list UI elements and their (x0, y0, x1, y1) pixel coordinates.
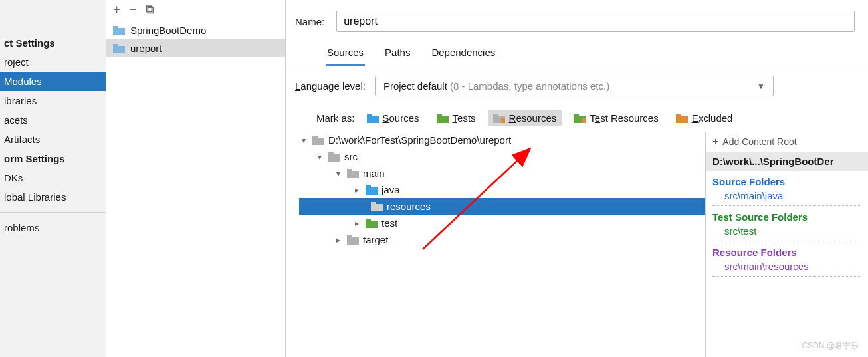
tree-row-main[interactable]: ▾ main (299, 165, 705, 181)
resources-folder-icon (493, 114, 505, 123)
module-item-ureport[interactable]: ureport (106, 39, 285, 57)
tests-folder-icon (437, 114, 449, 123)
tree-row-src[interactable]: ▾ src (299, 148, 705, 165)
folder-icon (347, 235, 359, 245)
sidebar-item-global-libraries[interactable]: lobal Libraries (0, 187, 106, 207)
svg-rect-14 (676, 116, 688, 123)
sidebar-item-sdks[interactable]: DKs (0, 168, 106, 187)
sidebar-item-facets[interactable]: acets (0, 110, 106, 130)
expand-toggle-icon[interactable]: ▸ (352, 219, 362, 228)
module-tabs: Sources Paths Dependencies (286, 41, 868, 66)
test-resources-folder-icon (574, 114, 586, 123)
name-input[interactable] (336, 11, 855, 32)
mark-as-row: Mark as: Sources Tests Resources Test Re… (286, 106, 868, 132)
name-label: Name: (295, 16, 324, 27)
settings-sidebar: ct Settings roject Modules ibraries acet… (0, 0, 106, 357)
svg-rect-22 (366, 187, 378, 195)
svg-rect-3 (113, 44, 118, 46)
copy-module-button[interactable]: ⧉ (146, 3, 154, 15)
svg-rect-20 (347, 171, 359, 178)
tree-label: D:\work\ForTest\SpringBootDemo\ureport (328, 134, 511, 146)
mark-as-label: Mark as: (316, 112, 355, 124)
mark-test-resources-button[interactable]: Test Resources (568, 110, 663, 126)
svg-rect-2 (113, 46, 125, 53)
tree-label: main (363, 168, 385, 179)
sidebar-item-libraries[interactable]: ibraries (0, 91, 106, 110)
modules-list: SpringBootDemo ureport (106, 19, 285, 57)
svg-rect-12 (574, 114, 579, 116)
svg-rect-29 (347, 235, 352, 237)
language-level-hint: (8 - Lambdas, type annotations etc.) (450, 80, 609, 92)
sidebar-item-problems[interactable]: roblems (0, 218, 106, 237)
tree-row-root[interactable]: ▾ D:\work\ForTest\SpringBootDemo\ureport (299, 132, 705, 148)
svg-rect-9 (493, 114, 498, 116)
module-detail-panel: Name: Sources Paths Dependencies Languag… (286, 0, 868, 357)
sidebar-section-platform-settings: orm Settings (0, 149, 106, 168)
svg-rect-6 (437, 116, 449, 123)
svg-rect-17 (312, 136, 318, 138)
group-resource-folders: Resource Folders (706, 241, 868, 259)
tab-sources[interactable]: Sources (326, 41, 365, 66)
sidebar-item-artifacts[interactable]: Artifacts (0, 130, 106, 149)
tab-dependencies[interactable]: Dependencies (430, 41, 496, 66)
svg-rect-25 (371, 202, 376, 204)
svg-rect-5 (367, 114, 372, 116)
tree-row-resources[interactable]: resources (299, 198, 705, 215)
svg-rect-10 (501, 118, 505, 123)
sidebar-divider (0, 212, 106, 213)
svg-rect-13 (582, 118, 586, 123)
folder-icon (366, 185, 378, 195)
svg-rect-24 (371, 204, 383, 211)
expand-toggle-icon[interactable]: ▾ (299, 136, 308, 145)
folder-icon (347, 169, 359, 178)
excluded-folder-icon (676, 114, 688, 123)
add-module-button[interactable]: + (113, 3, 120, 15)
sidebar-item-modules[interactable]: Modules (0, 72, 106, 91)
svg-rect-23 (366, 185, 371, 187)
svg-rect-19 (328, 152, 334, 154)
content-root-path[interactable]: D:\work\...\SpringBootDer (706, 152, 868, 171)
svg-rect-27 (366, 219, 371, 221)
module-icon (113, 44, 125, 53)
expand-toggle-icon[interactable]: ▾ (315, 152, 324, 162)
mark-sources-button[interactable]: Sources (362, 110, 425, 126)
tab-paths[interactable]: Paths (383, 41, 411, 66)
tree-row-java[interactable]: ▸ java (299, 181, 705, 198)
group-test-source-folders: Test Source Folders (706, 206, 868, 224)
folder-resources-path[interactable]: src\main\resources (712, 259, 861, 277)
tree-row-target[interactable]: ▸ target (299, 231, 705, 248)
svg-rect-1 (113, 26, 118, 28)
tree-label: src (344, 151, 358, 162)
folder-icon (328, 152, 340, 162)
remove-module-button[interactable]: − (130, 3, 137, 15)
sidebar-item-project[interactable]: roject (0, 53, 106, 72)
expand-toggle-icon[interactable]: ▸ (352, 185, 362, 195)
tree-label: target (363, 234, 388, 245)
mark-resources-button[interactable]: Resources (488, 110, 562, 126)
expand-toggle-icon[interactable]: ▾ (334, 169, 343, 178)
svg-rect-26 (366, 221, 378, 228)
svg-rect-7 (437, 114, 442, 116)
module-item-label: ureport (130, 43, 162, 54)
folder-icon (371, 202, 383, 211)
tree-row-test[interactable]: ▸ test (299, 215, 705, 231)
sources-folder-icon (367, 114, 379, 123)
svg-rect-18 (328, 154, 340, 162)
add-content-root-button[interactable]: + Add Content Root (706, 132, 868, 152)
plus-icon: + (712, 136, 718, 148)
source-folders-tree: ▾ D:\work\ForTest\SpringBootDemo\ureport… (286, 132, 705, 357)
folder-java-path[interactable]: src\main\java (712, 189, 861, 206)
language-level-select[interactable]: Project default (8 - Lambdas, type annot… (375, 76, 774, 96)
modules-toolbar: + − ⧉ (106, 0, 285, 19)
svg-rect-16 (312, 138, 324, 145)
mark-tests-button[interactable]: Tests (431, 110, 481, 126)
svg-rect-15 (676, 114, 681, 116)
mark-excluded-button[interactable]: Excluded (671, 110, 738, 126)
expand-toggle-icon[interactable]: ▸ (334, 235, 343, 245)
module-item-springbootdemo[interactable]: SpringBootDemo (106, 21, 285, 39)
folder-icon (366, 219, 378, 228)
tree-label: resources (387, 201, 431, 212)
group-source-folders: Source Folders (706, 171, 868, 189)
folder-test-path[interactable]: src\test (712, 224, 861, 241)
chevron-down-icon: ▼ (757, 82, 765, 91)
